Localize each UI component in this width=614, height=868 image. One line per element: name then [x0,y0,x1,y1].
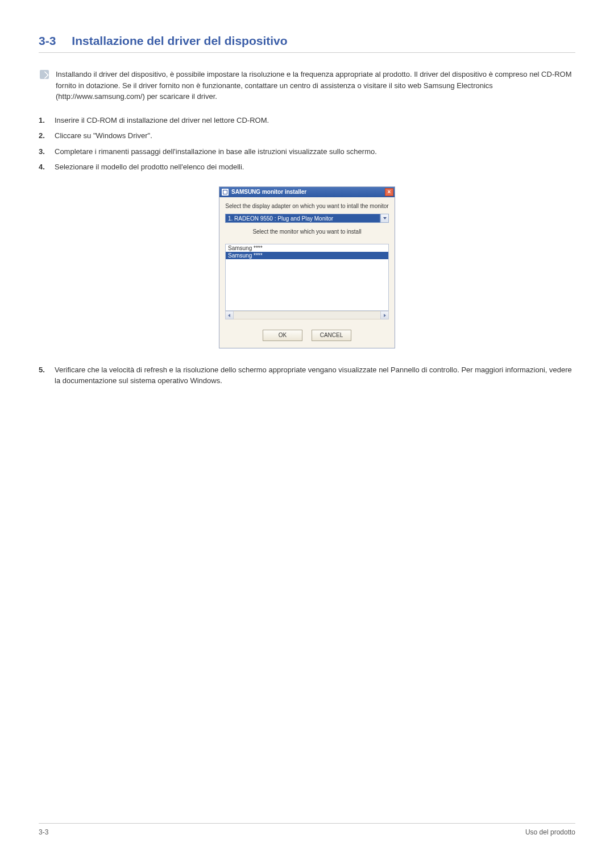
instruction-adapter: Select the display adapter on which you … [219,197,395,214]
scroll-right-arrow[interactable] [380,311,389,319]
instruction-monitor: Select the monitor which you want to ins… [219,223,395,239]
step-item: Inserire il CD-ROM di installazione del … [39,115,575,126]
section-heading: 3-3 Installazione del driver del disposi… [39,34,575,53]
installer-window: SAMSUNG monitor installer × Select the d… [219,186,395,348]
step-item: Completare i rimanenti passaggi dell'ins… [39,146,575,157]
scroll-left-arrow[interactable] [225,311,234,319]
heading-number: 3-3 [39,34,56,48]
titlebar: SAMSUNG monitor installer × [219,187,395,197]
cancel-button[interactable]: CANCEL [312,330,351,341]
note-text: Installando il driver del dispositivo, è… [56,69,575,102]
footer-right: Uso del prodotto [525,828,575,836]
app-icon [222,189,229,196]
steps-list-b: Verificare che la velocità di refresh e … [39,364,575,387]
footer-left: 3-3 [39,828,48,836]
monitor-listbox[interactable]: Samsung **** Samsung **** [225,244,389,311]
heading-title: Installazione del driver del dispositivo [72,34,287,48]
list-item[interactable]: Samsung **** [226,252,388,259]
step-item: Cliccare su "Windows Driver". [39,130,575,142]
step-item: Selezionare il modello del prodotto nell… [39,161,575,173]
page-footer: 3-3 Uso del prodotto [39,823,575,836]
step-item: Verificare che la velocità di refresh e … [39,364,575,387]
list-item[interactable]: Samsung **** [226,244,388,252]
horizontal-scrollbar[interactable] [225,311,389,319]
adapter-select-value[interactable]: 1. RADEON 9550 : Plug and Play Monitor [225,214,380,223]
steps-list-a: Inserire il CD-ROM di installazione del … [39,115,575,173]
note-icon [40,70,49,79]
window-title: SAMSUNG monitor installer [231,189,306,195]
scroll-track[interactable] [234,311,380,319]
dropdown-button[interactable] [380,214,389,223]
note-block: Installando il driver del dispositivo, è… [39,69,575,102]
ok-button[interactable]: OK [263,330,302,341]
close-button[interactable]: × [385,188,393,196]
